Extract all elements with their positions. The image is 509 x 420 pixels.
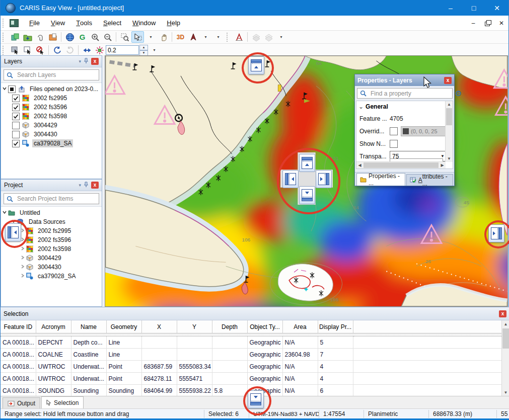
scroll-thumb[interactable] xyxy=(502,328,509,349)
tab-selection[interactable]: Selection xyxy=(41,396,84,408)
properties-tab[interactable]: Attributes - ... xyxy=(406,174,453,186)
tab-output[interactable]: Output xyxy=(3,397,40,408)
view-3d-button[interactable]: 3D xyxy=(175,32,186,42)
menu-select[interactable]: Select xyxy=(98,16,127,30)
google-earth-button[interactable]: G xyxy=(77,32,88,42)
layer-item[interactable]: 3004430 xyxy=(1,130,102,139)
layers-search-input[interactable] xyxy=(16,71,96,79)
override-checkbox[interactable] xyxy=(390,127,398,135)
selection-row[interactable]: CA 00018...UWTROCUnderwat...Point684278.… xyxy=(1,373,502,385)
properties-hscrollbar[interactable]: ◀▶ xyxy=(356,161,446,169)
layer-item[interactable]: ca379028_SA xyxy=(1,139,102,148)
layer-item[interactable]: 2002 fs3598 xyxy=(1,112,102,121)
property-row-show-n[interactable]: Show N... xyxy=(356,137,453,150)
column-header[interactable]: Area xyxy=(282,320,318,333)
maximize-button[interactable]: □ xyxy=(462,0,485,16)
previous-view-button[interactable] xyxy=(51,45,63,55)
gear-icon[interactable]: ⚙ xyxy=(455,89,462,98)
paste-layer-button[interactable] xyxy=(47,32,58,42)
chevron-right-icon[interactable] xyxy=(19,264,26,271)
properties-panel[interactable]: Properties - Layers x ⚙ ⌄General Feature… xyxy=(354,74,455,186)
selection-table-scrollbar[interactable]: ▲ ▼ xyxy=(501,320,509,396)
open-file-button[interactable] xyxy=(22,32,33,42)
pan-tool-button[interactable] xyxy=(158,32,169,42)
deselect-by-rect-button[interactable] xyxy=(22,45,33,55)
menu-tools[interactable]: Tools xyxy=(70,16,98,30)
clear-selection-button[interactable] xyxy=(34,45,46,55)
properties-tab[interactable]: Properties - ... xyxy=(356,173,405,186)
project-panel-pin-button[interactable] xyxy=(84,182,89,189)
property-row-feature-count[interactable]: Feature ... 4705 xyxy=(356,112,453,125)
toolbar-grip-2[interactable] xyxy=(227,33,230,42)
property-search-input[interactable] xyxy=(370,90,450,98)
child-restore-button[interactable] xyxy=(480,19,494,27)
minimize-button[interactable]: – xyxy=(439,0,462,16)
selection-row[interactable]: CA 00018...UWTROCUnderwat...Point683687.… xyxy=(1,361,502,373)
column-header[interactable]: Y xyxy=(177,320,212,333)
layer-visibility-checkbox[interactable] xyxy=(12,113,20,120)
project-item[interactable]: 3004430 xyxy=(1,263,102,272)
toolbar-grip-3[interactable] xyxy=(3,46,6,55)
menu-view[interactable]: View xyxy=(45,16,70,30)
layers-panel-close-button[interactable]: x xyxy=(91,58,99,65)
measure-tool-button[interactable] xyxy=(233,32,245,42)
layers-panel-menu-button[interactable]: ▾ xyxy=(79,59,81,64)
menu-file[interactable]: File xyxy=(24,16,45,30)
render-overflow-dropdown[interactable]: ▾ xyxy=(275,32,287,42)
surface-render-button[interactable] xyxy=(250,32,262,42)
layer-visibility-checkbox[interactable] xyxy=(8,86,16,93)
layers-search[interactable] xyxy=(4,69,99,80)
column-header[interactable]: Display Pr... xyxy=(318,320,353,333)
project-search[interactable] xyxy=(4,193,99,204)
surface-shade-button[interactable] xyxy=(263,32,274,42)
layer-item[interactable]: 2002 fs2995 xyxy=(1,94,102,103)
select-tool-button[interactable] xyxy=(131,31,144,43)
document-window-icon[interactable] xyxy=(10,19,19,27)
menu-window[interactable]: Window xyxy=(127,16,161,30)
properties-panel-titlebar[interactable]: Properties - Layers x xyxy=(355,74,454,86)
child-minimize-button[interactable]: – xyxy=(466,20,480,27)
select-by-rect-button[interactable] xyxy=(9,45,21,55)
scroll-down-icon[interactable]: ▼ xyxy=(502,389,509,396)
property-search[interactable] xyxy=(357,88,453,99)
project-root-item[interactable]: Untitled xyxy=(1,208,102,217)
fit-extents-button[interactable] xyxy=(81,45,93,55)
show-n-checkbox[interactable] xyxy=(390,140,398,148)
property-row-override[interactable]: Overrid... (0, 0, 0, 25 xyxy=(356,125,453,137)
column-header[interactable]: X xyxy=(141,320,177,333)
selection-panel-close-button[interactable]: x xyxy=(499,310,506,317)
layer-item[interactable]: 3004429 xyxy=(1,121,102,130)
properties-panel-close-button[interactable]: x xyxy=(444,77,452,84)
column-header[interactable]: Feature ID xyxy=(1,320,36,333)
zoom-window-button[interactable] xyxy=(119,32,130,42)
flash-selection-button[interactable] xyxy=(94,45,105,55)
chevron-right-icon[interactable] xyxy=(19,255,26,262)
tolerance-spinner[interactable]: ▲▼ xyxy=(139,45,148,56)
web-map-button[interactable] xyxy=(64,32,76,42)
child-close-button[interactable]: ✕ xyxy=(494,20,508,27)
chevron-down-icon[interactable] xyxy=(1,209,8,216)
layer-root-item[interactable]: Files opened on 2023-0... xyxy=(1,85,102,94)
select-tool-dropdown[interactable]: ▾ xyxy=(145,32,157,42)
menu-help[interactable]: Help xyxy=(161,16,186,30)
north-arrow-dropdown[interactable]: ▾ xyxy=(200,32,211,42)
column-header[interactable]: Depth xyxy=(212,320,247,333)
layer-visibility-checkbox[interactable] xyxy=(12,104,20,111)
zoom-out-button[interactable] xyxy=(102,32,113,42)
layer-visibility-checkbox[interactable] xyxy=(12,140,20,147)
scroll-up-icon[interactable]: ▲ xyxy=(502,320,509,328)
selection-row[interactable]: CA 00018...DEPCNTDepth co...LineGeograph… xyxy=(1,337,502,349)
north-arrow-button[interactable] xyxy=(187,32,199,42)
close-button[interactable]: ✕ xyxy=(485,0,508,16)
properties-vscrollbar[interactable]: ▲▼ xyxy=(445,101,453,162)
project-panel-close-button[interactable]: x xyxy=(91,182,99,189)
layer-visibility-checkbox[interactable] xyxy=(12,95,20,102)
project-panel-menu-button[interactable]: ▾ xyxy=(79,183,81,188)
zoom-in-button[interactable] xyxy=(89,32,101,42)
selection-table-header[interactable]: Feature IDAcronymNameGeometryXYDepthObje… xyxy=(1,320,502,333)
next-view-button[interactable] xyxy=(64,45,76,55)
layer-visibility-checkbox[interactable] xyxy=(12,122,20,129)
layers-panel-pin-button[interactable] xyxy=(84,58,89,65)
section-collapse-icon[interactable]: ⌄ xyxy=(358,103,363,110)
column-header[interactable]: Geometry xyxy=(106,320,141,333)
